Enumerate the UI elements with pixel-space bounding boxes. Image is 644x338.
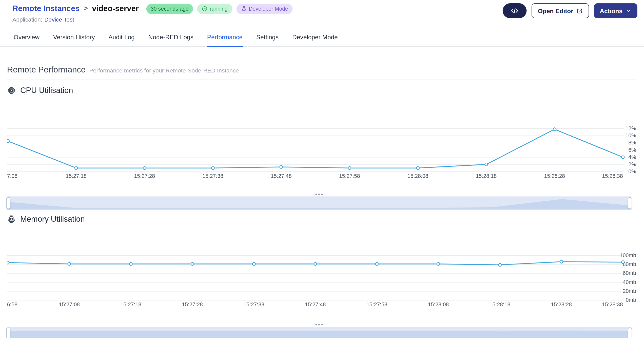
svg-text:20mb: 20mb xyxy=(623,288,636,294)
tab-version-history[interactable]: Version History xyxy=(53,29,95,47)
header-actions: Open Editor Actions xyxy=(503,3,637,18)
tab-settings[interactable]: Settings xyxy=(256,29,279,47)
last-seen-label: 30 seconds ago xyxy=(151,6,189,12)
svg-text:4%: 4% xyxy=(628,154,636,160)
status-label: running xyxy=(210,6,228,12)
actions-button[interactable]: Actions xyxy=(594,3,637,18)
svg-text:0mb: 0mb xyxy=(626,297,636,303)
svg-text:12%: 12% xyxy=(626,125,636,131)
svg-text:15:27:48: 15:27:48 xyxy=(305,302,326,307)
cpu-section-header: CPU Utilisation xyxy=(7,85,637,96)
play-circle-icon xyxy=(202,6,208,12)
app-window: Remote Instances > video-server 30 secon… xyxy=(0,0,644,338)
cpu-brush-handle-right[interactable] xyxy=(628,197,632,209)
instance-tabs: Overview Version History Audit Log Node-… xyxy=(0,29,644,47)
application-label: Application: xyxy=(12,16,42,23)
status-badge: running xyxy=(197,4,232,14)
cpu-section-title: CPU Utilisation xyxy=(20,86,73,95)
code-icon xyxy=(511,7,519,15)
svg-text:15:28:08: 15:28:08 xyxy=(407,173,428,179)
developer-mode-badge: Developer Mode xyxy=(236,4,293,14)
open-editor-button[interactable]: Open Editor xyxy=(532,3,589,18)
svg-text:6:58: 6:58 xyxy=(7,302,17,307)
tab-developer-mode[interactable]: Developer Mode xyxy=(292,29,338,47)
svg-text:15:27:28: 15:27:28 xyxy=(134,173,155,179)
svg-text:6%: 6% xyxy=(628,147,636,153)
cpu-minimap xyxy=(7,196,631,210)
header-left: Remote Instances > video-server 30 secon… xyxy=(12,3,293,23)
memory-minimap xyxy=(7,327,631,338)
page-title: Remote Performance xyxy=(7,65,86,74)
svg-text:15:28:18: 15:28:18 xyxy=(490,302,511,307)
breadcrumb: Remote Instances > video-server 30 secon… xyxy=(12,3,293,15)
svg-text:15:27:38: 15:27:38 xyxy=(243,302,264,307)
cpu-chart-brush[interactable] xyxy=(7,192,631,210)
memory-section-title: Memory Utilisation xyxy=(20,215,85,224)
svg-text:2%: 2% xyxy=(628,161,636,167)
memory-chart[interactable]: 0mb20mb40mb60mb80mb100mb6:5815:27:0815:2… xyxy=(7,225,637,308)
svg-text:15:27:18: 15:27:18 xyxy=(66,173,87,179)
svg-text:60mb: 60mb xyxy=(623,270,636,276)
svg-text:8%: 8% xyxy=(628,140,636,145)
cpu-brush-track[interactable] xyxy=(7,196,631,210)
tab-performance[interactable]: Performance xyxy=(207,29,243,47)
svg-text:15:28:18: 15:28:18 xyxy=(476,173,497,179)
svg-text:15:28:38: 15:28:38 xyxy=(602,173,623,179)
page-head: Remote Performance Performance metrics f… xyxy=(7,65,637,74)
memory-chart-brush[interactable] xyxy=(7,323,631,338)
last-seen-badge: 30 seconds ago xyxy=(146,4,193,14)
memory-brush-handle-left[interactable] xyxy=(6,328,10,338)
tab-node-red-logs[interactable]: Node-RED Logs xyxy=(148,29,194,47)
section-divider xyxy=(7,79,637,80)
cpu-chip-icon xyxy=(7,86,16,95)
svg-text:100mb: 100mb xyxy=(620,252,636,258)
developer-mode-label: Developer Mode xyxy=(249,6,288,12)
actions-label: Actions xyxy=(600,7,622,14)
memory-brush-handle-right[interactable] xyxy=(628,328,632,338)
memory-brush-track[interactable] xyxy=(7,327,631,338)
svg-text:7:08: 7:08 xyxy=(7,173,17,179)
breadcrumb-separator: > xyxy=(84,5,88,13)
svg-text:15:28:28: 15:28:28 xyxy=(544,173,565,179)
editor-code-toggle[interactable] xyxy=(503,3,527,18)
brush-grip-dots-icon[interactable] xyxy=(7,192,631,196)
svg-text:15:27:38: 15:27:38 xyxy=(202,173,223,179)
svg-text:15:28:08: 15:28:08 xyxy=(428,302,449,307)
cpu-utilisation-section: CPU Utilisation 0%2%4%6%8%10%12%7:0815:2… xyxy=(7,85,637,210)
svg-text:40mb: 40mb xyxy=(623,279,636,285)
tab-audit-log[interactable]: Audit Log xyxy=(108,29,135,47)
chevron-down-icon xyxy=(626,8,632,14)
memory-utilisation-section: Memory Utilisation 0mb20mb40mb60mb80mb10… xyxy=(7,214,637,338)
performance-panel: Remote Performance Performance metrics f… xyxy=(0,65,644,338)
breadcrumb-current-instance: video-server xyxy=(92,4,139,13)
svg-text:15:27:28: 15:27:28 xyxy=(182,302,203,307)
beaker-icon xyxy=(241,6,247,12)
svg-text:15:28:28: 15:28:28 xyxy=(551,302,572,307)
external-link-icon xyxy=(577,8,583,14)
svg-text:15:27:58: 15:27:58 xyxy=(366,302,387,307)
svg-text:15:27:48: 15:27:48 xyxy=(271,173,292,179)
breadcrumb-remote-instances[interactable]: Remote Instances xyxy=(12,4,80,13)
memory-chip-icon xyxy=(7,215,16,224)
svg-text:15:27:58: 15:27:58 xyxy=(339,173,360,179)
svg-text:10%: 10% xyxy=(626,133,636,138)
cpu-brush-handle-left[interactable] xyxy=(6,197,10,209)
memory-section-header: Memory Utilisation xyxy=(7,214,637,224)
application-row: Application: Device Test xyxy=(12,16,293,23)
tab-overview[interactable]: Overview xyxy=(13,29,40,47)
brush-grip-dots-icon[interactable] xyxy=(7,323,631,327)
page-subtitle: Performance metrics for your Remote Node… xyxy=(89,67,239,73)
svg-text:15:28:38: 15:28:38 xyxy=(602,302,623,307)
svg-text:15:27:18: 15:27:18 xyxy=(120,302,141,307)
svg-text:0%: 0% xyxy=(628,168,636,174)
svg-text:15:27:08: 15:27:08 xyxy=(59,302,80,307)
open-editor-label: Open Editor xyxy=(538,7,573,14)
cpu-chart[interactable]: 0%2%4%6%8%10%12%7:0815:27:1815:27:2815:2… xyxy=(7,96,637,179)
svg-text:80mb: 80mb xyxy=(623,261,636,267)
instance-header: Remote Instances > video-server 30 secon… xyxy=(0,0,644,23)
application-link[interactable]: Device Test xyxy=(44,16,74,23)
